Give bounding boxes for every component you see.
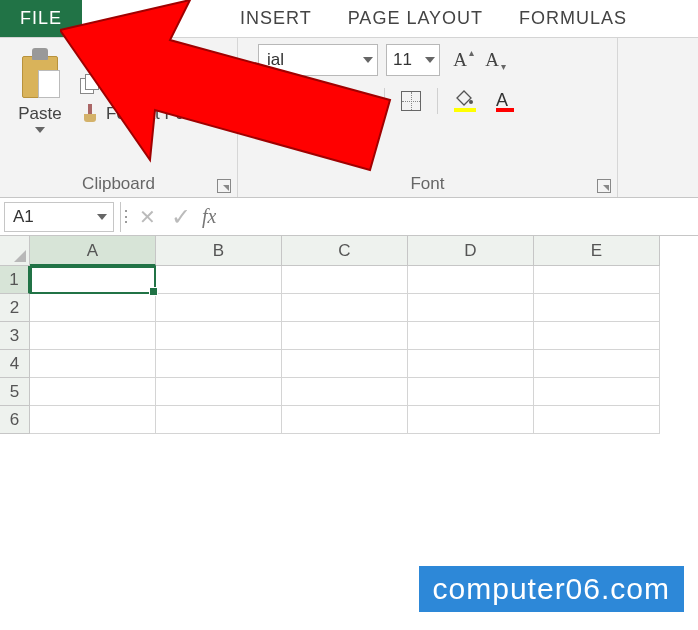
cell[interactable]	[534, 294, 660, 322]
insert-function-button[interactable]: fx	[202, 205, 216, 228]
worksheet-grid: A B C D E 1 2 3 4 5	[0, 236, 698, 434]
formula-input[interactable]	[216, 202, 698, 232]
font-group-label: Font	[238, 171, 617, 197]
row-header-5[interactable]: 5	[0, 378, 30, 406]
font-size-value: 11	[393, 50, 412, 70]
font-color-label: A	[496, 90, 508, 110]
cell[interactable]	[534, 266, 660, 294]
font-size-selector[interactable]: 11	[386, 44, 440, 76]
cell[interactable]	[156, 406, 282, 434]
scissors-icon	[80, 44, 100, 64]
row-header-1[interactable]: 1	[0, 266, 30, 294]
row-header-4[interactable]: 4	[0, 350, 30, 378]
cut-button[interactable]	[80, 44, 218, 64]
font-name-value: ial	[267, 50, 284, 70]
chevron-down-icon	[97, 214, 107, 220]
table-row: 6	[0, 406, 698, 434]
paste-label: Paste	[18, 104, 61, 124]
table-row: 2	[0, 294, 698, 322]
shrink-font-button[interactable]: A	[480, 49, 504, 71]
table-row: 4	[0, 350, 698, 378]
copy-icon	[80, 74, 100, 94]
cell[interactable]	[282, 322, 408, 350]
table-row: 5	[0, 378, 698, 406]
column-header-e[interactable]: E	[534, 236, 660, 266]
cell-a1[interactable]	[30, 266, 156, 294]
italic-button[interactable]: I	[300, 90, 326, 112]
bold-button[interactable]: B	[258, 90, 284, 112]
select-all-corner[interactable]	[0, 236, 30, 266]
brush-icon	[80, 104, 100, 124]
cell[interactable]	[282, 266, 408, 294]
enter-formula-button[interactable]: ✓	[164, 203, 198, 231]
cell[interactable]	[534, 378, 660, 406]
cell[interactable]	[282, 294, 408, 322]
group-clipboard: Paste C Format Painter	[0, 38, 238, 197]
tab-page-layout[interactable]: PAGE LAYOUT	[330, 0, 501, 37]
file-tab[interactable]: FILE	[0, 0, 82, 37]
tab-formulas[interactable]: FORMULAS	[501, 0, 645, 37]
cell[interactable]	[408, 266, 534, 294]
copy-button[interactable]: C	[80, 74, 218, 94]
grow-font-button[interactable]: A	[448, 49, 472, 71]
clipboard-dialog-launcher[interactable]	[217, 179, 231, 193]
svg-point-0	[469, 100, 473, 104]
cancel-formula-button[interactable]: ✕	[130, 205, 164, 229]
font-color-button[interactable]: A	[496, 90, 522, 112]
row-header-2[interactable]: 2	[0, 294, 30, 322]
cell[interactable]	[282, 378, 408, 406]
group-font: ial 11 A A B I U	[238, 38, 618, 197]
table-row: 1	[0, 266, 698, 294]
column-header-d[interactable]: D	[408, 236, 534, 266]
font-name-selector[interactable]: ial	[258, 44, 378, 76]
cell[interactable]	[30, 322, 156, 350]
name-box-value: A1	[13, 207, 34, 227]
column-header-c[interactable]: C	[282, 236, 408, 266]
cell[interactable]	[408, 350, 534, 378]
cell[interactable]	[408, 294, 534, 322]
ribbon: Paste C Format Painter	[0, 38, 698, 198]
tab-insert[interactable]: INSERT	[222, 0, 330, 37]
row-header-3[interactable]: 3	[0, 322, 30, 350]
cell[interactable]	[408, 378, 534, 406]
fill-color-button[interactable]	[454, 90, 480, 112]
name-box[interactable]: A1	[4, 202, 114, 232]
cell[interactable]	[156, 322, 282, 350]
paste-button[interactable]: Paste	[8, 44, 72, 133]
paste-dropdown-icon[interactable]	[35, 127, 45, 133]
column-headers: A B C D E	[0, 236, 698, 266]
cell[interactable]	[156, 266, 282, 294]
cell[interactable]	[30, 294, 156, 322]
cell[interactable]	[534, 350, 660, 378]
format-painter-label: Format Painter	[106, 104, 218, 124]
column-header-b[interactable]: B	[156, 236, 282, 266]
cell[interactable]	[156, 350, 282, 378]
cell[interactable]	[534, 406, 660, 434]
column-header-a[interactable]: A	[30, 236, 156, 266]
bucket-icon	[454, 90, 474, 106]
chevron-down-icon	[363, 57, 373, 63]
paste-icon	[18, 48, 62, 100]
cell[interactable]	[156, 294, 282, 322]
row-header-6[interactable]: 6	[0, 406, 30, 434]
formula-bar: A1 ⋮ ✕ ✓ fx	[0, 198, 698, 236]
underline-button[interactable]: U	[342, 90, 368, 112]
tab-hidden-area	[82, 0, 222, 37]
watermark: computer06.com	[419, 566, 684, 612]
cell[interactable]	[408, 322, 534, 350]
borders-button[interactable]	[401, 91, 421, 111]
clipboard-group-label: Clipboard	[0, 171, 237, 197]
chevron-down-icon	[425, 57, 435, 63]
cell[interactable]	[534, 322, 660, 350]
formula-bar-divider: ⋮	[120, 202, 130, 232]
cell[interactable]	[282, 406, 408, 434]
cell[interactable]	[30, 406, 156, 434]
cell[interactable]	[30, 350, 156, 378]
cell[interactable]	[30, 378, 156, 406]
font-dialog-launcher[interactable]	[597, 179, 611, 193]
cell[interactable]	[156, 378, 282, 406]
cell[interactable]	[282, 350, 408, 378]
cell[interactable]	[408, 406, 534, 434]
format-painter-button[interactable]: Format Painter	[80, 104, 218, 124]
table-row: 3	[0, 322, 698, 350]
